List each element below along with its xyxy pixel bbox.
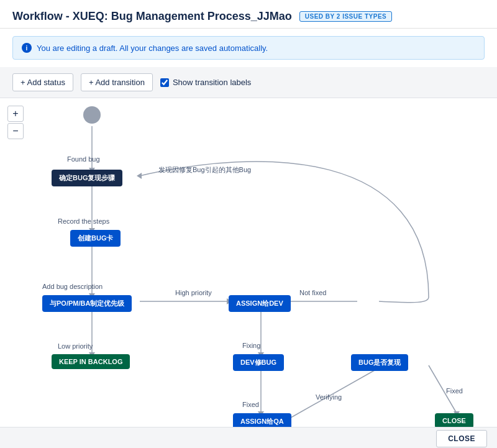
add-transition-button[interactable]: + Add transition	[81, 73, 153, 91]
node-keep-backlog[interactable]: KEEP IN BACKLOG	[52, 354, 130, 369]
zoom-in-button[interactable]: +	[7, 106, 24, 122]
label-add-description: Add bug description	[42, 283, 103, 290]
node-set-priority[interactable]: 与PO/PM/BA制定优先级	[42, 295, 132, 312]
label-low-priority: Low priority	[58, 342, 93, 350]
show-labels-text: Show transition labels	[173, 78, 251, 87]
show-labels-checkbox[interactable]	[160, 78, 169, 87]
node-bug-reproduce[interactable]: 确定BUG复现步骤	[52, 170, 122, 186]
info-message: You are editing a draft. All your change…	[37, 43, 268, 53]
canvas-area: + −	[0, 98, 497, 448]
used-badge: USED BY 2 ISSUE TYPES	[299, 11, 392, 22]
svg-marker-20	[137, 173, 142, 179]
page-title: Workflow - XUEQ: Bug Management Process_…	[12, 10, 292, 23]
node-bug-reproduce-check[interactable]: BUG是否复现	[351, 354, 408, 371]
header: Workflow - XUEQ: Bug Management Process_…	[0, 0, 497, 29]
label-verifying: Verifying	[316, 393, 342, 401]
zoom-out-button[interactable]: −	[7, 123, 24, 139]
close-button[interactable]: CLOSE	[436, 430, 487, 447]
label-found-related-bug: 发现因修复Bug引起的其他Bug	[158, 165, 251, 175]
node-create-bug-card[interactable]: 创建BUG卡	[70, 230, 121, 247]
add-status-button[interactable]: + Add status	[12, 73, 73, 91]
label-record-steps: Record the steps	[58, 217, 109, 225]
info-icon: i	[22, 43, 32, 53]
workflow-svg	[0, 98, 497, 448]
label-high-priority: High priority	[175, 289, 212, 296]
label-not-fixed: Not fixed	[299, 289, 326, 296]
label-fixing: Fixing	[242, 342, 260, 349]
label-fixed-close: Fixed	[446, 387, 463, 395]
label-found-bug: Found bug	[67, 155, 100, 163]
label-fixed-qa: Fixed	[242, 401, 259, 408]
node-dev-fix-bug[interactable]: DEV修BUG	[233, 354, 284, 371]
zoom-controls: + −	[7, 106, 24, 139]
svg-line-16	[288, 365, 383, 419]
node-assign-dev[interactable]: ASSIGN给DEV	[229, 295, 291, 312]
info-bar: i You are editing a draft. All your chan…	[12, 36, 485, 60]
toolbar: + Add status + Add transition Show trans…	[0, 67, 497, 98]
footer: CLOSE	[0, 427, 497, 448]
start-circle	[83, 106, 101, 124]
node-close[interactable]: CLOSE	[435, 413, 473, 428]
show-labels-toggle[interactable]: Show transition labels	[160, 78, 251, 87]
